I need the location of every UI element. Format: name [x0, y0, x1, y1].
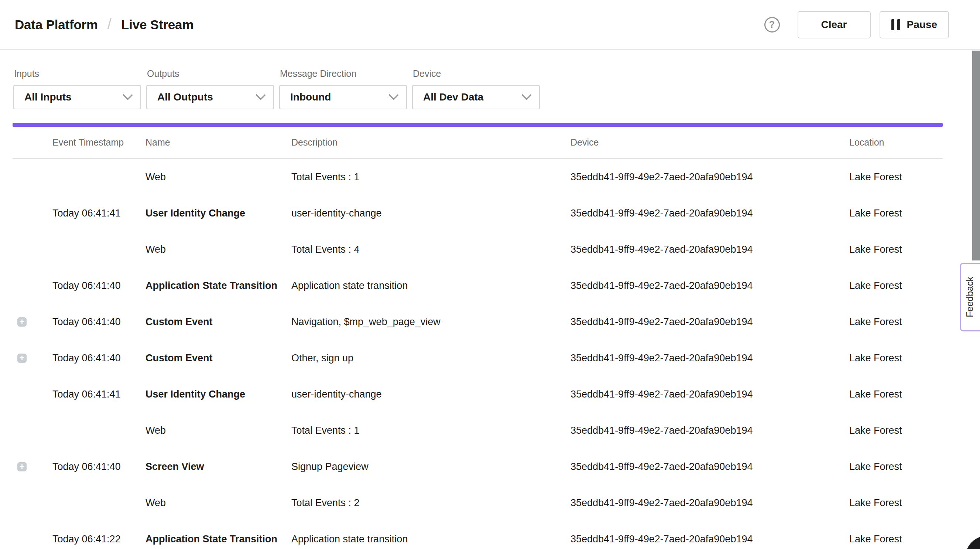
event-device-cell: 35eddb41-9ff9-49e2-7aed-20afa90eb194: [571, 461, 849, 472]
event-timestamp-cell: Today 06:41:40: [52, 280, 145, 292]
column-header-name: Name: [145, 137, 291, 148]
live-stream-page: Data Platform / Live Stream ? Clear Paus…: [0, 0, 980, 549]
outputs-dropdown[interactable]: All Outputs: [146, 85, 274, 109]
event-device-cell: 35eddb41-9ff9-49e2-7aed-20afa90eb194: [571, 353, 849, 364]
event-location-cell: Lake Forest: [849, 244, 943, 255]
table-row[interactable]: Today 06:41:40 Application State Transit…: [13, 268, 943, 304]
event-location-cell: Lake Forest: [849, 425, 943, 436]
event-timestamp-cell: Today 06:41:40: [52, 316, 145, 328]
message-direction-dropdown[interactable]: Inbound: [279, 85, 407, 109]
help-icon[interactable]: ?: [764, 17, 780, 32]
event-device-cell: 35eddb41-9ff9-49e2-7aed-20afa90eb194: [571, 171, 849, 183]
event-device-cell: 35eddb41-9ff9-49e2-7aed-20afa90eb194: [571, 425, 849, 436]
event-description-cell: user-identity-change: [291, 389, 571, 400]
breadcrumb-separator: /: [107, 16, 111, 32]
inputs-dropdown[interactable]: All Inputs: [13, 85, 141, 109]
event-name-cell: Application State Transition: [145, 533, 291, 545]
expand-plus-icon[interactable]: +: [18, 462, 27, 471]
events-table: Event Timestamp Name Description Device …: [13, 127, 943, 549]
chevron-down-icon: [388, 90, 399, 100]
chat-widget-icon[interactable]: [965, 536, 980, 549]
table-row[interactable]: + Today 06:41:40 Custom Event Navigation…: [13, 304, 943, 340]
top-bar: Data Platform / Live Stream ? Clear Paus…: [0, 0, 980, 50]
event-description-cell: Total Events : 2: [291, 497, 571, 509]
event-name-cell: Custom Event: [145, 316, 291, 328]
outputs-dropdown-value: All Outputs: [157, 91, 213, 103]
event-location-cell: Lake Forest: [849, 316, 943, 328]
chevron-down-icon: [256, 90, 266, 100]
event-device-cell: 35eddb41-9ff9-49e2-7aed-20afa90eb194: [571, 207, 849, 219]
event-name-cell: User Identity Change: [145, 389, 291, 400]
clear-button-label: Clear: [821, 19, 847, 31]
filter-inputs-label: Inputs: [14, 69, 141, 79]
event-location-cell: Lake Forest: [849, 353, 943, 364]
filter-bar: Inputs All Inputs Outputs All Outputs Me…: [13, 50, 540, 109]
event-location-cell: Lake Forest: [849, 280, 943, 292]
filter-outputs: Outputs All Outputs: [146, 50, 274, 109]
table-row[interactable]: + Today 06:41:40 Screen View Signup Page…: [13, 448, 943, 485]
table-row[interactable]: Today 06:41:22 Application State Transit…: [13, 521, 943, 549]
expand-plus-icon[interactable]: +: [18, 354, 27, 363]
pause-icon: [891, 19, 900, 30]
filter-message-direction-label: Message Direction: [280, 69, 407, 79]
table-row[interactable]: Web Total Events : 2 35eddb41-9ff9-49e2-…: [13, 485, 943, 521]
filter-outputs-label: Outputs: [147, 69, 274, 79]
message-direction-dropdown-value: Inbound: [290, 91, 331, 103]
event-name-cell: Web: [145, 244, 291, 255]
event-location-cell: Lake Forest: [849, 533, 943, 545]
table-row[interactable]: Today 06:41:41 User Identity Change user…: [13, 195, 943, 231]
column-header-device: Device: [571, 137, 849, 148]
event-description-cell: Total Events : 4: [291, 244, 571, 255]
event-device-cell: 35eddb41-9ff9-49e2-7aed-20afa90eb194: [571, 497, 849, 509]
expand-plus-icon[interactable]: +: [18, 318, 27, 327]
event-description-cell: Other, sign up: [291, 353, 571, 364]
event-description-cell: Signup Pageview: [291, 461, 571, 472]
vertical-scrollbar[interactable]: [972, 51, 980, 260]
column-header-location: Location: [849, 137, 943, 148]
feedback-tab-label: Feedback: [964, 277, 975, 318]
event-location-cell: Lake Forest: [849, 207, 943, 219]
inputs-dropdown-value: All Inputs: [24, 91, 72, 103]
table-row[interactable]: Web Total Events : 1 35eddb41-9ff9-49e2-…: [13, 159, 943, 195]
table-row[interactable]: Web Total Events : 1 35eddb41-9ff9-49e2-…: [13, 412, 943, 448]
event-location-cell: Lake Forest: [849, 389, 943, 400]
clear-button[interactable]: Clear: [798, 11, 871, 38]
table-row[interactable]: Today 06:41:41 User Identity Change user…: [13, 376, 943, 412]
pause-button-label: Pause: [907, 19, 937, 31]
table-row[interactable]: + Today 06:41:40 Custom Event Other, sig…: [13, 340, 943, 376]
live-activity-bar: [13, 123, 943, 127]
event-name-cell: Web: [145, 497, 291, 509]
breadcrumb: Data Platform / Live Stream: [15, 16, 194, 33]
feedback-tab[interactable]: Feedback: [960, 263, 980, 331]
table-row[interactable]: Web Total Events : 4 35eddb41-9ff9-49e2-…: [13, 231, 943, 268]
event-description-cell: Application state transition: [291, 533, 571, 545]
event-location-cell: Lake Forest: [849, 497, 943, 509]
table-header-row: Event Timestamp Name Description Device …: [13, 127, 943, 159]
event-description-cell: Total Events : 1: [291, 425, 571, 436]
event-name-cell: User Identity Change: [145, 207, 291, 219]
breadcrumb-data-platform[interactable]: Data Platform: [15, 18, 98, 32]
event-name-cell: Screen View: [145, 461, 291, 472]
event-timestamp-cell: Today 06:41:40: [52, 353, 145, 364]
column-header-description: Description: [291, 137, 571, 148]
event-timestamp-cell: Today 06:41:41: [52, 389, 145, 400]
event-name-cell: Application State Transition: [145, 280, 291, 292]
filter-device: Device All Dev Data: [412, 50, 540, 109]
event-device-cell: 35eddb41-9ff9-49e2-7aed-20afa90eb194: [571, 389, 849, 400]
device-dropdown[interactable]: All Dev Data: [412, 85, 540, 109]
pause-button[interactable]: Pause: [880, 11, 949, 38]
event-device-cell: 35eddb41-9ff9-49e2-7aed-20afa90eb194: [571, 533, 849, 545]
device-dropdown-value: All Dev Data: [423, 91, 484, 103]
filter-device-label: Device: [413, 69, 540, 79]
event-description-cell: user-identity-change: [291, 207, 571, 219]
event-description-cell: Application state transition: [291, 280, 571, 292]
event-name-cell: Web: [145, 425, 291, 436]
event-name-cell: Web: [145, 171, 291, 183]
event-location-cell: Lake Forest: [849, 171, 943, 183]
event-description-cell: Navigation, $mp_web_page_view: [291, 316, 571, 328]
event-device-cell: 35eddb41-9ff9-49e2-7aed-20afa90eb194: [571, 280, 849, 292]
top-bar-actions: ? Clear Pause: [764, 11, 949, 38]
filter-inputs: Inputs All Inputs: [13, 50, 141, 109]
event-device-cell: 35eddb41-9ff9-49e2-7aed-20afa90eb194: [571, 316, 849, 328]
column-header-event-timestamp: Event Timestamp: [52, 137, 145, 148]
